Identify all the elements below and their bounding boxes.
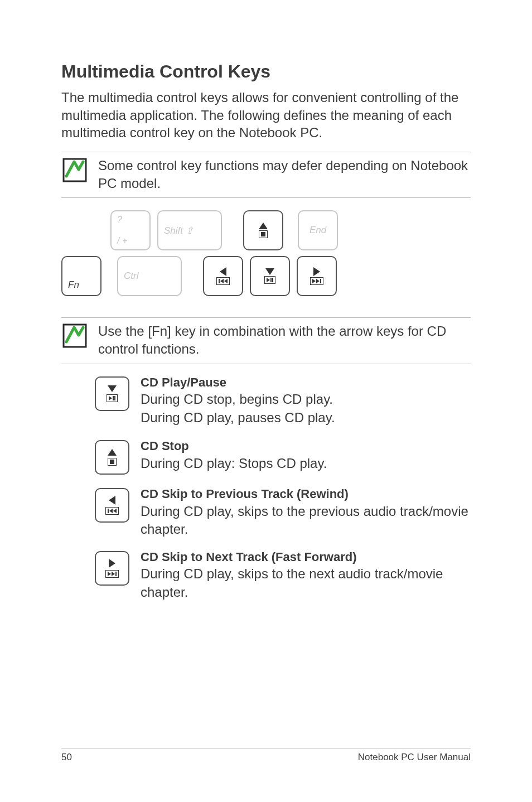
page-number: 50: [61, 752, 72, 763]
key-arrow-left: [203, 256, 243, 296]
desc-body: During CD stop, begins CD play.: [141, 390, 471, 408]
desc-play-pause: CD Play/Pause During CD stop, begins CD …: [95, 374, 471, 427]
key-arrow-down: [250, 256, 290, 296]
keycap-prev: [95, 488, 129, 523]
key-label: / +: [117, 236, 127, 246]
key-label: End: [309, 225, 326, 236]
arrow-down-icon: [108, 385, 117, 392]
keycap-play-pause: [95, 376, 129, 411]
manual-title: Notebook PC User Manual: [358, 752, 471, 763]
desc-next: CD Skip to Next Track (Fast Forward) Dur…: [95, 549, 471, 601]
arrow-up-icon: [108, 449, 117, 456]
arrow-left-icon: [109, 496, 115, 505]
note-model-dependent: Some control key functions may defer dep…: [61, 152, 471, 197]
play-pause-icon: [264, 276, 275, 284]
previous-track-icon: [216, 277, 230, 285]
arrow-right-icon: [313, 267, 320, 276]
page-footer: 50 Notebook PC User Manual: [0, 748, 532, 763]
key-slash-ghost: ? / +: [110, 210, 151, 250]
desc-body: During CD play, skips to the previous au…: [141, 503, 471, 539]
key-ctrl-ghost: Ctrl: [117, 256, 182, 296]
stop-icon: [259, 230, 268, 238]
keycap-stop: [95, 440, 129, 475]
arrow-left-icon: [220, 267, 226, 276]
key-shift-ghost: Shift ⇧: [157, 210, 222, 250]
desc-title: CD Skip to Next Track (Fast Forward): [141, 549, 471, 566]
section-title: Multimedia Control Keys: [61, 61, 471, 82]
note-fn-combo: Use the [Fn] key in combination with the…: [61, 318, 471, 363]
key-fn: Fn: [61, 256, 101, 296]
divider: [61, 364, 471, 364]
desc-body: During CD play: Stops CD play.: [141, 455, 471, 472]
keyboard-diagram: ? / + Shift ⇧ End Fn: [61, 198, 471, 317]
arrow-down-icon: [265, 268, 274, 275]
key-end-ghost: End: [298, 210, 338, 250]
note-text: Use the [Fn] key in combination with the…: [98, 322, 471, 357]
note-icon: [61, 322, 88, 349]
key-label: Ctrl: [124, 270, 138, 282]
keycap-next: [95, 551, 129, 586]
key-label: Fn: [68, 279, 79, 291]
desc-title: CD Play/Pause: [141, 374, 471, 391]
intro-text: The multimedia control keys allows for c…: [61, 89, 471, 142]
key-arrow-right: [297, 256, 337, 296]
desc-stop: CD Stop During CD play: Stops CD play.: [95, 438, 471, 475]
arrow-up-icon: [259, 223, 268, 229]
play-pause-icon: [107, 394, 118, 402]
desc-title: CD Skip to Previous Track (Rewind): [141, 486, 471, 503]
desc-body: During CD play, pauses CD play.: [141, 409, 471, 427]
previous-track-icon: [105, 507, 119, 515]
arrow-right-icon: [109, 559, 115, 568]
note-text: Some control key functions may defer dep…: [98, 157, 471, 192]
next-track-icon: [310, 277, 323, 285]
desc-title: CD Stop: [141, 438, 471, 455]
desc-body: During CD play, skips to the next audio …: [141, 565, 471, 601]
key-label: Shift ⇧: [164, 225, 194, 236]
stop-icon: [108, 458, 117, 466]
next-track-icon: [105, 570, 119, 578]
key-arrow-up: [243, 210, 283, 250]
key-label: ?: [117, 215, 122, 225]
desc-prev: CD Skip to Previous Track (Rewind) Durin…: [95, 486, 471, 538]
note-icon: [61, 157, 88, 183]
